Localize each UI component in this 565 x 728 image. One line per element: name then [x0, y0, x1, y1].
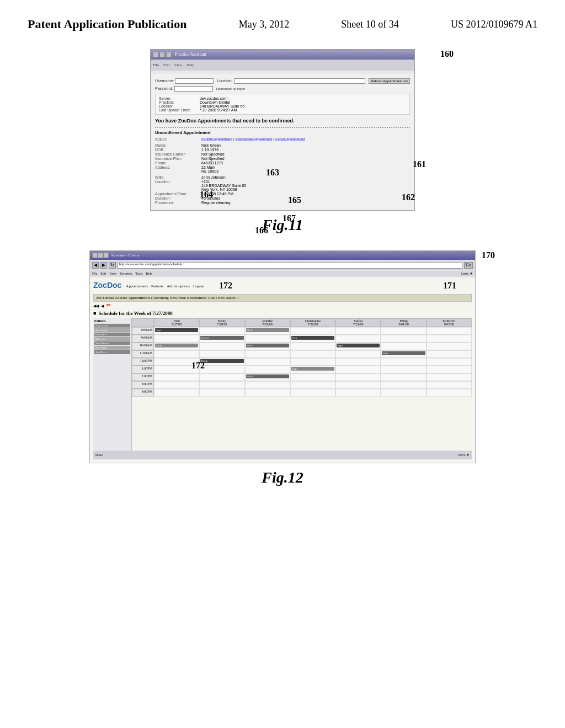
toolbar-tools[interactable]: Tools: [135, 272, 142, 275]
cell-fri-10[interactable]: [381, 342, 426, 350]
cell-wed-3[interactable]: [290, 381, 335, 389]
cell-sat-1[interactable]: [427, 366, 472, 373]
cell-sat-10[interactable]: [427, 342, 472, 350]
cell-sat-11[interactable]: [427, 350, 472, 358]
confirm-link[interactable]: Confirm Appointment: [201, 137, 232, 141]
cell-thu-11[interactable]: [335, 350, 381, 358]
cell-wed-8[interactable]: [290, 327, 335, 335]
cell-fri-11[interactable]: Visit: [381, 350, 426, 358]
menu-help[interactable]: Help: [186, 63, 194, 67]
cell-mon-9[interactable]: Patient: [199, 335, 244, 342]
menu-edit[interactable]: Edit: [163, 63, 170, 67]
cell-thu-2[interactable]: [335, 373, 381, 381]
cell-fri-9[interactable]: [381, 335, 426, 342]
username-input[interactable]: [175, 78, 214, 84]
toolbar-file[interactable]: File: [92, 272, 97, 275]
reload-btn[interactable]: ↻: [109, 262, 116, 269]
patient-2[interactable]: Jane Smith: [94, 328, 130, 332]
cell-fri-2[interactable]: [381, 373, 426, 381]
cell-thu-9[interactable]: [335, 335, 381, 342]
cell-mon-11[interactable]: [199, 350, 244, 358]
cell-mon-1[interactable]: [199, 366, 244, 373]
address-bar[interactable]: http://www.zocdoc.com/appointments/sched…: [118, 262, 462, 269]
cell-mon-8[interactable]: [199, 327, 244, 335]
cell-tue-12[interactable]: [245, 358, 290, 366]
cell-wed-1[interactable]: Appt: [290, 366, 335, 373]
cell-tue-11[interactable]: [245, 350, 290, 358]
back-btn[interactable]: ◀: [92, 262, 99, 269]
toolbar-favorites[interactable]: Favorites: [120, 272, 132, 275]
refresh-button[interactable]: Refresh Appointment List: [369, 78, 410, 84]
forward-btn[interactable]: ▶: [100, 262, 107, 269]
cell-fri-3[interactable]: [381, 381, 426, 389]
col-wed: Christopher 7/30/08: [290, 318, 335, 327]
toolbar-edit[interactable]: Edit: [100, 272, 106, 275]
cell-mon-12[interactable]: Block: [199, 358, 244, 366]
cell-sat-4[interactable]: [427, 389, 472, 397]
cell-sun-3[interactable]: [154, 381, 199, 389]
nav-prev-week[interactable]: ◀◀: [93, 304, 99, 308]
cancel-link[interactable]: Cancel Appointment: [275, 137, 305, 141]
cell-sat-9[interactable]: [427, 335, 472, 342]
cell-thu-4[interactable]: [335, 389, 381, 397]
cell-tue-9[interactable]: [245, 335, 290, 342]
toolbar-help[interactable]: Help: [146, 272, 153, 275]
cell-mon-10[interactable]: [199, 342, 244, 350]
cell-sun-11[interactable]: [154, 350, 199, 358]
cell-sat-2[interactable]: [427, 373, 472, 381]
cell-sun-4[interactable]: [154, 389, 199, 397]
patient-7[interactable]: Jim Davis: [94, 350, 130, 354]
cell-wed-12[interactable]: [290, 358, 335, 366]
nav-admin[interactable]: Admin options: [167, 284, 190, 288]
cell-fri-4[interactable]: [381, 389, 426, 397]
cell-thu-3[interactable]: [335, 381, 381, 389]
time-3pm: 3:00PM: [132, 381, 154, 389]
cell-tue-4[interactable]: [245, 389, 290, 397]
cell-wed-11[interactable]: [290, 350, 335, 358]
cell-thu-1[interactable]: [335, 366, 381, 373]
patient-3[interactable]: Bob Jones: [94, 333, 130, 336]
cell-tue-3[interactable]: [245, 381, 290, 389]
cell-tue-8[interactable]: Block: [245, 327, 290, 335]
toolbar-view[interactable]: View: [109, 272, 116, 275]
cell-thu-12[interactable]: [335, 358, 381, 366]
nav-patients[interactable]: Patients: [151, 284, 163, 288]
cell-mon-2[interactable]: [199, 373, 244, 381]
nav-appointments[interactable]: Appointments: [126, 284, 148, 288]
cell-sun-10[interactable]: Exam: [154, 342, 199, 350]
cell-fri-1[interactable]: [381, 366, 426, 373]
patient-5[interactable]: Tom Brown: [94, 341, 130, 345]
cell-sun-8[interactable]: Appt: [154, 327, 199, 335]
patient-6[interactable]: Sue White: [94, 346, 130, 350]
cell-sat-3[interactable]: [427, 381, 472, 389]
cell-thu-10[interactable]: Appt: [335, 342, 381, 350]
go-btn[interactable]: Go: [464, 262, 473, 269]
cell-wed-2[interactable]: [290, 373, 335, 381]
cell-wed-9[interactable]: Visit: [290, 335, 335, 342]
cell-sun-9[interactable]: [154, 335, 199, 342]
cell-tue-2[interactable]: Block: [245, 373, 290, 381]
nav-prev-day[interactable]: ◀: [101, 304, 104, 308]
publication-title: Patent Application Publication: [28, 17, 186, 33]
patient-4[interactable]: Mary Lee: [94, 337, 130, 341]
server-label: Server:: [159, 97, 198, 100]
menu-view[interactable]: View: [174, 63, 183, 67]
cell-wed-10[interactable]: [290, 342, 335, 350]
password-input[interactable]: [174, 86, 213, 92]
cell-wed-4[interactable]: [290, 389, 335, 397]
cell-fri-8[interactable]: [381, 327, 426, 335]
location-dropdown[interactable]: [234, 78, 365, 84]
menu-file[interactable]: File: [153, 63, 159, 67]
cell-mon-3[interactable]: [199, 381, 244, 389]
cell-sun-2[interactable]: [154, 373, 199, 381]
patient-1[interactable]: Nick Green: [94, 324, 130, 328]
cell-mon-4[interactable]: [199, 389, 244, 397]
cell-fri-12[interactable]: [381, 358, 426, 366]
cell-tue-1[interactable]: [245, 366, 290, 373]
reschedule-link[interactable]: Reschedule Appointment: [236, 137, 273, 141]
nav-logout[interactable]: Logout: [193, 284, 204, 288]
cell-thu-8[interactable]: [335, 327, 381, 335]
cell-tue-10[interactable]: Block: [245, 342, 290, 350]
cell-sat-12[interactable]: [427, 358, 472, 366]
cell-sat-8[interactable]: [427, 327, 472, 335]
